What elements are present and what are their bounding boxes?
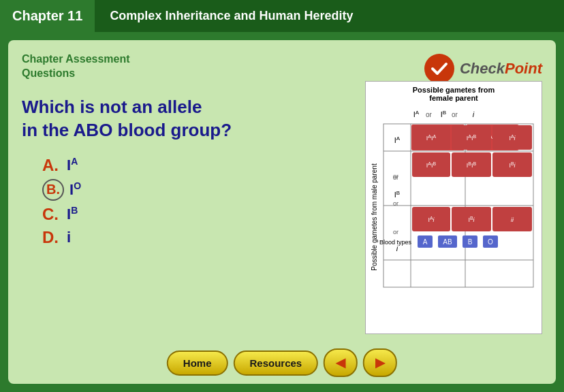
svg-text:AB: AB: [443, 238, 452, 246]
punnett-title: Possible gametes from female parent: [370, 86, 537, 102]
svg-point-0: [424, 54, 454, 84]
punnett-square-container: Possible gametes from female parent IA o…: [365, 81, 542, 334]
svg-text:or: or: [393, 200, 398, 207]
home-button[interactable]: Home: [167, 350, 228, 376]
forward-button[interactable]: ▶: [363, 348, 397, 377]
answer-c-text: IB: [67, 205, 78, 223]
svg-text:or: or: [452, 111, 458, 118]
chapter-badge: Chapter 11: [0, 0, 96, 32]
svg-text:IA: IA: [413, 110, 420, 118]
svg-text:or: or: [426, 111, 433, 118]
svg-text:O: O: [488, 238, 493, 246]
main-content: Chapter Assessment Questions CheckPoint …: [8, 40, 556, 384]
chapter-label: Chapter 11: [12, 8, 82, 24]
svg-text:B: B: [468, 238, 473, 246]
svg-text:or: or: [393, 173, 398, 180]
answer-a-letter: A.: [42, 156, 61, 175]
header-bar: Chapter 11 Complex Inheritance and Human…: [0, 0, 564, 32]
home-label: Home: [183, 357, 212, 369]
answer-b-text: IO: [69, 180, 81, 199]
answer-c-letter: C.: [42, 205, 61, 224]
answer-d-letter: D.: [42, 228, 61, 247]
resources-label: Resources: [249, 357, 302, 369]
back-arrow-icon: ◀: [336, 355, 345, 370]
checkpoint-text: CheckPoint: [460, 60, 542, 78]
svg-text:Possible gametes from male par: Possible gametes from male parent: [371, 163, 378, 271]
svg-text:IB: IB: [394, 190, 400, 199]
svg-text:i: i: [473, 110, 475, 118]
svg-text:IB: IB: [441, 110, 446, 118]
punnett-svg: IA or IB or i Possible gametes from male…: [370, 105, 539, 329]
answer-b-letter: B.: [42, 179, 64, 201]
forward-arrow-icon: ▶: [375, 355, 385, 370]
answer-d-text: i: [67, 229, 71, 246]
svg-text:or: or: [393, 229, 398, 235]
resources-button[interactable]: Resources: [233, 350, 318, 376]
svg-text:IA: IA: [394, 135, 401, 144]
assessment-title: Chapter Assessment Questions: [22, 52, 130, 81]
svg-text:Blood types: Blood types: [379, 239, 412, 246]
answer-a-text: IA: [67, 156, 78, 174]
bottom-nav: Home Resources ◀ ▶: [167, 348, 397, 377]
checkpoint-logo: CheckPoint: [423, 52, 542, 85]
checkpoint-shield-icon: [423, 52, 456, 85]
svg-text:A: A: [423, 238, 428, 246]
assessment-header: Chapter Assessment Questions CheckPoint: [22, 52, 542, 85]
back-button[interactable]: ◀: [324, 348, 358, 377]
header-title: Complex Inheritance and Human Heredity: [96, 9, 353, 23]
